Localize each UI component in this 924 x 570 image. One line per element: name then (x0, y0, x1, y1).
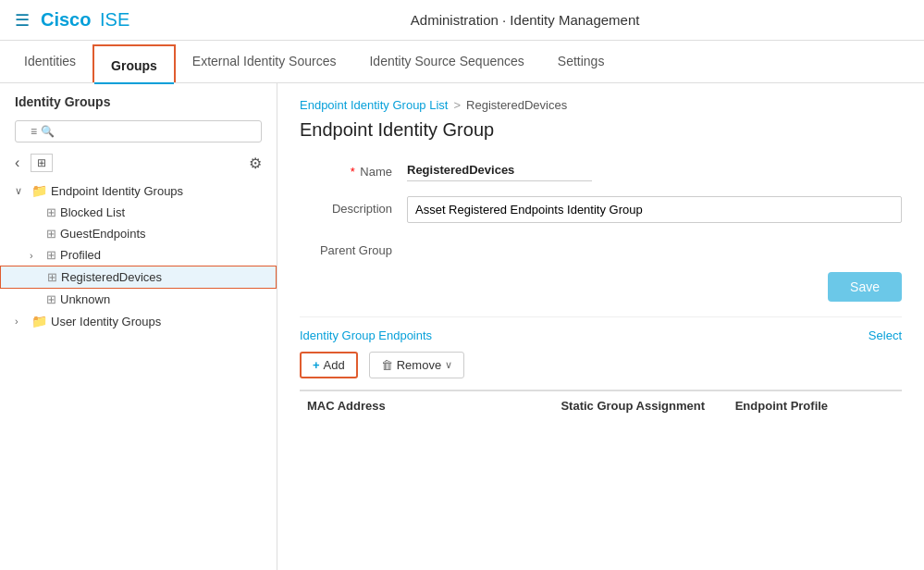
grid-button[interactable]: ⊞ (31, 154, 53, 172)
group-icon: ⊞ (46, 248, 56, 262)
save-section: Save (300, 272, 902, 302)
th-endpoint-profile: Endpoint Profile (728, 399, 902, 413)
trash-icon: 🗑 (381, 358, 393, 372)
sidebar-item-user-identity-groups[interactable]: › 📁 User Identity Groups (0, 310, 277, 332)
search-icon: 🔍 (41, 125, 55, 138)
sidebar-item-label: GuestEndpoints (60, 227, 146, 241)
hamburger-icon[interactable]: ☰ (15, 10, 30, 31)
endpoints-actions: + Add 🗑 Remove ∨ (300, 352, 902, 378)
breadcrumb: Endpoint Identity Group List > Registere… (300, 98, 902, 112)
sidebar-item-label: Endpoint Identity Groups (51, 184, 183, 198)
th-static-group: Static Group Assignment (553, 399, 727, 413)
remove-button[interactable]: 🗑 Remove ∨ (369, 352, 464, 378)
sidebar: Identity Groups ≡ 🔍 ‹ ⊞ ⚙ ∨ 📁 Endpoint I… (0, 83, 277, 570)
parent-group-row: Parent Group (300, 238, 902, 257)
chevron-right-icon: › (30, 250, 43, 261)
sidebar-item-guest-endpoints[interactable]: ⊞ GuestEndpoints (0, 223, 277, 244)
group-icon: ⊞ (46, 227, 56, 241)
filter-icon: ≡ (31, 125, 37, 138)
sidebar-item-blocked-list[interactable]: ⊞ Blocked List (0, 202, 277, 223)
settings-button[interactable]: ⚙ (249, 155, 262, 172)
tab-identity-source-sequences[interactable]: Identity Source Sequences (352, 41, 540, 82)
endpoints-title: Identity Group Endpoints (300, 328, 432, 342)
folder-icon: 📁 (31, 314, 47, 328)
breadcrumb-current: RegisteredDevices (466, 98, 567, 112)
th-mac-address: MAC Address (300, 399, 553, 413)
breadcrumb-link[interactable]: Endpoint Identity Group List (300, 98, 448, 112)
tab-settings[interactable]: Settings (541, 41, 622, 82)
plus-icon: + (313, 358, 320, 372)
page-title-header: Administration · Identity Management (141, 12, 909, 28)
required-star: * (351, 165, 355, 179)
sidebar-item-label: RegisteredDevices (61, 270, 162, 284)
back-button[interactable]: ‹ (15, 155, 19, 171)
chevron-down-icon: ∨ (15, 185, 28, 197)
endpoints-section: Identity Group Endpoints Select + Add 🗑 … (300, 316, 902, 420)
chevron-down-icon: ∨ (445, 359, 452, 371)
sidebar-toolbar: ‹ ⊞ ⚙ (0, 150, 277, 176)
parent-group-label: Parent Group (300, 238, 392, 257)
add-button[interactable]: + Add (300, 352, 358, 378)
remove-label: Remove (397, 358, 441, 372)
tab-identities[interactable]: Identities (7, 41, 92, 82)
sidebar-item-label: User Identity Groups (51, 315, 161, 328)
folder-icon: 📁 (31, 183, 47, 198)
tab-groups[interactable]: Groups (92, 44, 176, 82)
main-layout: Identity Groups ≡ 🔍 ‹ ⊞ ⚙ ∨ 📁 Endpoint I… (0, 83, 924, 570)
name-label: * Name (300, 159, 392, 179)
sidebar-item-endpoint-identity-groups[interactable]: ∨ 📁 Endpoint Identity Groups (0, 180, 277, 202)
endpoints-select[interactable]: Select (869, 328, 902, 342)
content-title: Endpoint Identity Group (300, 119, 902, 141)
name-value[interactable]: RegisteredDevices (407, 159, 592, 181)
chevron-right-icon: › (15, 316, 28, 327)
sidebar-title: Identity Groups (0, 94, 277, 117)
sidebar-item-label: Profiled (60, 248, 101, 262)
sidebar-item-label: Blocked List (60, 205, 125, 219)
logo-space (92, 9, 98, 31)
sidebar-search[interactable]: ≡ 🔍 (15, 120, 262, 142)
endpoints-header: Identity Group Endpoints Select (300, 328, 902, 342)
save-button[interactable]: Save (828, 272, 902, 302)
top-bar: ☰ Cisco ISE Administration · Identity Ma… (0, 0, 924, 41)
add-label: Add (324, 358, 345, 372)
sidebar-item-registered-devices[interactable]: ⊞ RegisteredDevices (0, 266, 277, 289)
logo: Cisco ISE (41, 9, 129, 31)
breadcrumb-separator: > (453, 98, 461, 112)
table-headers: MAC Address Static Group Assignment Endp… (300, 390, 902, 420)
tab-external-identity-sources[interactable]: External Identity Sources (176, 41, 353, 82)
description-label: Description (300, 196, 392, 216)
name-field-row: * Name RegisteredDevices (300, 159, 902, 181)
sidebar-item-profiled[interactable]: › ⊞ Profiled (0, 244, 277, 266)
sidebar-item-unknown[interactable]: ⊞ Unknown (0, 289, 277, 310)
sidebar-item-label: Unknown (60, 292, 110, 306)
group-icon: ⊞ (46, 292, 56, 306)
description-input[interactable] (407, 196, 902, 223)
content-area: Endpoint Identity Group List > Registere… (277, 83, 924, 570)
logo-cisco: Cisco (41, 9, 91, 31)
group-icon: ⊞ (46, 205, 56, 219)
description-field-row: Description (300, 196, 902, 223)
logo-ise: ISE (100, 9, 129, 31)
nav-tabs: Identities Groups External Identity Sour… (0, 41, 924, 83)
group-icon: ⊞ (47, 270, 57, 284)
